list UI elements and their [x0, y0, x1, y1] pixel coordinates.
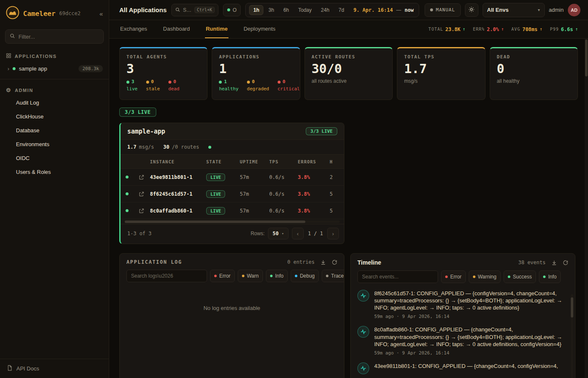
- table-footer: 1-3 of 3 Rows: 50 ▾ ‹ 1 / 1 ›: [121, 224, 344, 244]
- next-page-button[interactable]: ›: [327, 228, 339, 239]
- avatar[interactable]: AD: [568, 4, 580, 16]
- tab-deployments[interactable]: Deployments: [243, 20, 276, 38]
- theme-toggle-button[interactable]: [465, 3, 478, 17]
- online-toggle[interactable]: O: [223, 4, 241, 16]
- sidebar-item-database[interactable]: Database: [0, 123, 109, 137]
- content-area: TOTAL AGENTS 3 3live 0stale 0dead APPLIC…: [109, 39, 588, 378]
- search-icon: [175, 6, 180, 14]
- chevron-down-icon: ▾: [281, 231, 284, 236]
- tab-runtime[interactable]: Runtime: [205, 20, 228, 38]
- sidebar-item-clickhouse[interactable]: ClickHouse: [0, 110, 109, 123]
- time-range-button[interactable]: 7d: [334, 5, 348, 15]
- applications-section-label: APPLICATIONS: [15, 54, 57, 59]
- document-icon: [7, 365, 13, 372]
- critical-dot: [278, 81, 281, 84]
- sidebar-filter[interactable]: [5, 29, 104, 44]
- time-range-button[interactable]: 6h: [279, 5, 293, 15]
- app-routes-value: 30: [163, 144, 169, 150]
- table-row[interactable]: 43ee9811b801-1 LIVE 57m 0.6/s 3.8% 2: [121, 169, 344, 186]
- log-filter-trace[interactable]: Trace: [322, 270, 344, 282]
- stat-card-applications: APPLICATIONS 1 1healthy 0degraded 0criti…: [212, 47, 300, 100]
- download-icon[interactable]: [320, 260, 326, 265]
- sidebar-item-environments[interactable]: Environments: [0, 137, 109, 151]
- topbar: All Applications S… Ctrl+K O 1h 3h 6h To…: [109, 0, 588, 20]
- horizontal-scrollbar[interactable]: [125, 220, 340, 223]
- log-filter-error[interactable]: Error: [210, 270, 235, 282]
- app-item-label: sample app: [19, 66, 47, 72]
- app-status-dot: [13, 67, 16, 70]
- scrollbar-thumb[interactable]: [585, 39, 588, 76]
- timeline-event[interactable]: 8c0affadb860-1: CONFIG_APPLIED — {change…: [357, 326, 567, 355]
- table-row[interactable]: 8f6245c61d57-1 LIVE 57m 0.6/s 3.8% 5: [121, 186, 344, 202]
- live-dot: [126, 81, 129, 84]
- metric-p99-latency: P99 6.6s ↑: [550, 26, 578, 32]
- sidebar-item-audit-log[interactable]: Audit Log: [0, 96, 109, 110]
- activity-pulse-icon: [357, 290, 369, 302]
- metric-avg-latency: AVG 708ms ↑: [512, 26, 543, 32]
- stale-dot: [146, 81, 149, 84]
- expand-chevron-icon[interactable]: ›: [8, 66, 9, 72]
- log-filter-bar: Error Warn Info Debug Trace: [120, 270, 344, 287]
- environment-select[interactable]: All Envs ▾: [483, 3, 545, 17]
- log-entry-count: 0 entries: [287, 259, 315, 265]
- admin-section-header: ⚙ ADMIN: [0, 83, 109, 96]
- stat-card-total-agents: TOTAL AGENTS 3 3live 0stale 0dead: [119, 47, 207, 100]
- metric-error-rate: ERR% 2.0% ↑: [473, 26, 504, 32]
- timeline-search-input[interactable]: [357, 270, 438, 283]
- timeline-filter-warning[interactable]: Warning: [469, 270, 501, 283]
- time-range-button[interactable]: Today: [294, 5, 316, 15]
- refresh-icon[interactable]: [332, 260, 337, 265]
- table-row[interactable]: 8c0affadb860-1 LIVE 57m 0.6/s 3.8% 5: [121, 202, 344, 219]
- timeline-filter-info[interactable]: Info: [539, 270, 561, 283]
- app-card-header[interactable]: sample-app 3/3 LIVE: [121, 123, 344, 140]
- log-search-input[interactable]: [126, 270, 207, 282]
- sidebar-collapse-button[interactable]: «: [100, 10, 103, 17]
- sidebar-item-sample-app[interactable]: › sample app 208.3k: [0, 62, 109, 76]
- app-card-name: sample-app: [127, 128, 165, 135]
- manual-refresh-button[interactable]: MANUAL: [425, 3, 461, 17]
- time-range-button[interactable]: 24h: [317, 5, 333, 15]
- healthy-dot: [219, 81, 222, 84]
- scrollbar-thumb[interactable]: [571, 297, 573, 318]
- global-search[interactable]: S… Ctrl+K: [171, 4, 218, 16]
- stat-card-active-routes: ACTIVE ROUTES 30/0 all routes active: [304, 47, 393, 100]
- state-badge: LIVE: [206, 190, 225, 198]
- header-metrics: TOTAL 23.8K ↑ ERR% 2.0% ↑ AVG 708ms ↑ P9…: [428, 20, 578, 38]
- tab-dashboard[interactable]: Dashboard: [162, 20, 191, 38]
- sidebar-item-oidc[interactable]: OIDC: [0, 151, 109, 165]
- sidebar-item-users-roles[interactable]: Users & Roles: [0, 165, 109, 179]
- timeline-filter-success[interactable]: Success: [504, 270, 536, 283]
- timeline-event[interactable]: 8f6245c61d57-1: CONFIG_APPLIED — {config…: [357, 290, 567, 319]
- tab-exchanges[interactable]: Exchanges: [119, 20, 148, 38]
- rows-per-page-select[interactable]: 50 ▾: [268, 228, 289, 239]
- scrollbar-thumb[interactable]: [125, 220, 305, 223]
- external-link-icon[interactable]: [133, 191, 150, 197]
- time-range-separator: —: [396, 7, 401, 13]
- refresh-icon[interactable]: [563, 260, 568, 265]
- timeline-filter-error[interactable]: Error: [441, 270, 466, 283]
- log-filter-info[interactable]: Info: [266, 270, 288, 282]
- instance-status-dot: [126, 176, 129, 178]
- timeline-event[interactable]: 43ee9811b801-1: CONFIG_APPLIED — {change…: [357, 362, 567, 374]
- timeline-panel-title: Timeline: [357, 259, 381, 266]
- stat-card-dead: DEAD 0 all healthy: [490, 47, 578, 100]
- log-filter-debug[interactable]: Debug: [291, 270, 319, 282]
- admin-nav: Audit Log ClickHouse Database Environmen…: [0, 96, 109, 179]
- log-panel-header: APPLICATION LOG 0 entries: [120, 254, 344, 270]
- environment-select-value: All Envs: [487, 7, 509, 13]
- prev-page-button[interactable]: ‹: [292, 228, 304, 239]
- event-timestamp: 59m ago · 9 Apr 2026, 16:14: [374, 314, 567, 319]
- time-range-button[interactable]: 1h: [249, 5, 263, 15]
- external-link-icon[interactable]: [133, 208, 150, 214]
- download-icon[interactable]: [551, 260, 557, 265]
- page-scrollbar[interactable]: [585, 39, 588, 378]
- external-link-icon[interactable]: [133, 174, 150, 180]
- time-from-value[interactable]: 9. Apr. 16:14: [353, 7, 393, 13]
- api-docs-link[interactable]: API Docs: [0, 359, 109, 378]
- sidebar-filter-input[interactable]: [18, 34, 99, 40]
- api-docs-label: API Docs: [16, 365, 39, 372]
- time-to-value[interactable]: now: [404, 7, 414, 13]
- log-filter-warn[interactable]: Warn: [238, 270, 263, 282]
- timeline-scrollbar[interactable]: [571, 294, 573, 378]
- time-range-button[interactable]: 3h: [264, 5, 278, 15]
